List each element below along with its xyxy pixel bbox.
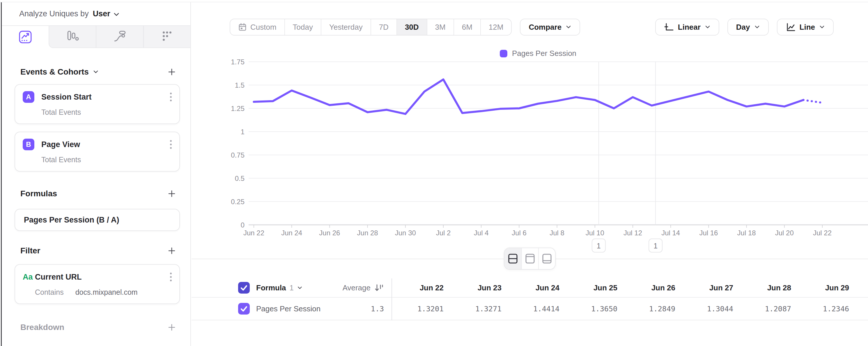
date-column-header[interactable]: Jun 25 <box>565 283 623 292</box>
calendar-icon <box>238 23 247 31</box>
date-column-header[interactable]: Jun 29 <box>797 283 855 292</box>
view-table-icon <box>541 252 553 265</box>
chevron-down-icon <box>113 12 120 17</box>
event-card[interactable]: BPage ViewTotal Events <box>14 132 180 172</box>
view-split-button[interactable] <box>504 248 521 269</box>
event-name: Session Start <box>41 93 92 102</box>
mixpanel-insights-report: Analyze Uniques by User <box>0 0 868 346</box>
range-yesterday[interactable]: Yesterday <box>321 19 371 35</box>
svg-text:Jun 28: Jun 28 <box>357 229 378 237</box>
svg-text:Jul 16: Jul 16 <box>699 229 718 237</box>
filter-section-header: Filter <box>14 245 180 257</box>
results-table: Formula 1 Average Jun 22Jun 23Jun 24Jun … <box>191 279 868 320</box>
date-column-header[interactable]: Jun 22 <box>392 283 450 292</box>
checkmark-icon <box>238 282 250 294</box>
report-type-tabs <box>2 25 190 48</box>
event-aggregation[interactable]: Total Events <box>41 108 172 116</box>
report-main-area: CustomTodayYesterday7D30D3M6M12M Compare… <box>191 0 868 346</box>
date-cell-value: 1.2346 <box>797 305 855 313</box>
view-chart-button[interactable] <box>521 248 538 269</box>
tab-insights[interactable] <box>2 26 49 48</box>
events-section-header: Events & Cohorts <box>14 66 180 78</box>
events-section-title[interactable]: Events & Cohorts <box>20 67 99 77</box>
line-chart[interactable]: 1.751.51.2510.750.50.250Jun 22Jun 24Jun … <box>191 35 868 259</box>
svg-text:Jun 24: Jun 24 <box>281 229 302 237</box>
date-cell-value: 1.3271 <box>450 305 507 313</box>
analyze-value-dropdown[interactable]: User <box>93 9 110 18</box>
svg-text:Jul 12: Jul 12 <box>623 229 642 237</box>
kebab-icon[interactable] <box>169 139 172 150</box>
svg-text:0.5: 0.5 <box>235 174 245 182</box>
date-column-header[interactable]: Jun 27 <box>681 283 739 292</box>
range-6m[interactable]: 6M <box>454 19 480 35</box>
chart-controls-row: CustomTodayYesterday7D30D3M6M12M Compare… <box>230 19 834 35</box>
kebab-icon[interactable] <box>169 92 172 102</box>
svg-text:1: 1 <box>597 242 601 250</box>
date-column-header[interactable]: Jun 26 <box>623 283 681 292</box>
svg-text:0.75: 0.75 <box>231 151 245 159</box>
tab-retention-icon <box>160 29 174 44</box>
series-checkbox[interactable] <box>238 303 250 315</box>
view-layout-toggle <box>504 248 556 270</box>
chevron-down-icon <box>819 25 825 29</box>
average-column-header[interactable]: Average <box>343 283 392 292</box>
tab-funnels[interactable] <box>49 26 96 48</box>
frozen-column-divider <box>392 279 392 320</box>
formulas-section-title: Formulas <box>20 189 57 198</box>
filter-section-title: Filter <box>20 246 40 255</box>
checkmark-icon <box>238 303 250 315</box>
range-3m[interactable]: 3M <box>427 19 454 35</box>
svg-text:Jun 22: Jun 22 <box>243 229 264 237</box>
kebab-icon[interactable] <box>169 272 172 282</box>
svg-text:Jul 14: Jul 14 <box>661 229 680 237</box>
svg-text:Jul 18: Jul 18 <box>737 229 756 237</box>
event-aggregation[interactable]: Total Events <box>41 155 172 164</box>
date-column-header[interactable]: Jun 28 <box>739 283 797 292</box>
add-breakdown-button[interactable] <box>167 323 176 332</box>
filter-property-name: Current URL <box>35 272 82 282</box>
range-12m[interactable]: 12M <box>480 19 512 35</box>
compare-button[interactable]: Compare <box>520 19 580 35</box>
add-event-button[interactable] <box>167 67 176 77</box>
average-value: 1.3 <box>371 305 392 313</box>
event-cards: ASession StartTotal EventsBPage ViewTota… <box>14 84 180 172</box>
date-cell-value: 1.3044 <box>681 305 739 313</box>
tab-funnels-icon <box>65 29 80 44</box>
tab-flows[interactable] <box>96 26 143 48</box>
svg-text:Jul 6: Jul 6 <box>512 229 527 237</box>
breakdown-section-header: Breakdown <box>14 321 180 333</box>
view-table-button[interactable] <box>538 248 555 269</box>
filter-card[interactable]: Aa Current URL Contains docs.mixpanel.co… <box>14 264 180 304</box>
date-column-header[interactable]: Jun 23 <box>450 283 507 292</box>
scale-dropdown[interactable]: Linear <box>655 19 719 35</box>
filter-operator[interactable]: Contains <box>35 288 64 296</box>
formulas-section-header: Formulas <box>14 188 180 200</box>
svg-text:Jun 30: Jun 30 <box>395 229 416 237</box>
range-today[interactable]: Today <box>284 19 321 35</box>
event-card[interactable]: ASession StartTotal Events <box>14 84 180 124</box>
tab-insights-icon <box>18 30 33 44</box>
chart-type-dropdown[interactable]: Line <box>777 19 834 35</box>
date-cell-value: 1.2849 <box>623 305 681 313</box>
add-filter-button[interactable] <box>167 246 176 255</box>
chevron-down-icon <box>565 25 571 29</box>
range-custom[interactable]: Custom <box>230 19 284 35</box>
formula-card[interactable]: Pages Per Session (B / A) <box>14 209 180 231</box>
event-letter-badge: B <box>23 139 34 150</box>
tab-retention[interactable] <box>143 26 190 48</box>
date-column-header[interactable]: Jun 24 <box>507 283 565 292</box>
svg-text:Jul 2: Jul 2 <box>436 229 451 237</box>
chevron-down-icon <box>754 25 760 29</box>
analyze-uniques-row: Analyze Uniques by User <box>2 2 190 25</box>
range-30d[interactable]: 30D <box>397 19 427 35</box>
range-7d[interactable]: 7D <box>371 19 397 35</box>
sidebar-sections: Events & Cohorts ASession StartTotal Eve… <box>2 66 190 333</box>
select-all-checkbox[interactable] <box>238 282 250 294</box>
interval-dropdown[interactable]: Day <box>727 19 769 35</box>
chevron-down-icon <box>93 70 99 74</box>
filter-value[interactable]: docs.mixpanel.com <box>75 288 138 296</box>
formula-group-dropdown[interactable]: Formula 1 <box>256 283 303 292</box>
view-split-icon <box>507 252 519 265</box>
event-name: Page View <box>41 140 80 149</box>
add-formula-button[interactable] <box>167 189 176 198</box>
